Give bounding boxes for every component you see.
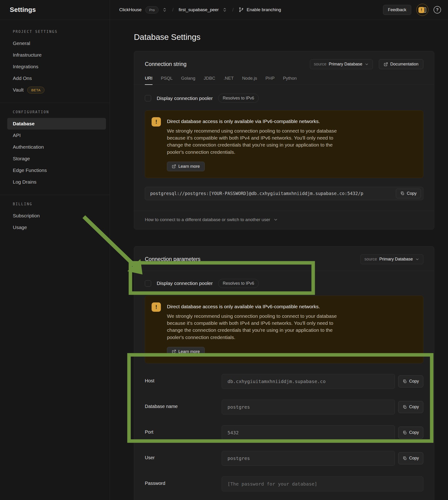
source-select[interactable]: source Primary Database — [360, 254, 423, 264]
copy-icon — [403, 405, 407, 409]
external-link-icon — [172, 350, 176, 354]
sidebar-header: Settings — [0, 0, 110, 19]
host-label: Host — [145, 374, 222, 383]
feedback-button[interactable]: Feedback — [383, 5, 411, 15]
chevron-down-icon — [415, 257, 419, 261]
git-branch-icon — [239, 7, 244, 12]
database-name-field[interactable]: postgres — [222, 400, 395, 415]
tab-golang[interactable]: Golang — [181, 76, 195, 85]
copy-uri-button[interactable]: Copy — [396, 189, 421, 198]
sidebar-item-database[interactable]: Database — [7, 118, 106, 130]
warning-body: We strongly recommend using connection p… — [167, 313, 347, 341]
enable-branching-label: Enable branching — [247, 7, 281, 12]
sidebar-item-add-ons[interactable]: Add Ons — [7, 72, 106, 84]
warning-alert-icon: ! — [152, 117, 161, 127]
connection-parameters-list: Host db.cxhygiuitamxhniiddjm.supabase.co… — [145, 374, 423, 491]
sidebar-item-general[interactable]: General — [7, 37, 106, 49]
learn-more-label: Learn more — [178, 349, 200, 354]
app-title: Settings — [10, 6, 36, 14]
how-to-connect-label: How to connect to a different database o… — [145, 217, 270, 222]
connection-uri-value: postgresql://postgres:[YOUR-PASSWORD]@db… — [150, 191, 363, 196]
feedback-label: Feedback — [388, 7, 406, 12]
help-icon[interactable]: ? — [433, 6, 441, 14]
copy-label: Copy — [409, 379, 419, 384]
tab-jdbc[interactable]: JDBC — [204, 76, 215, 85]
sidebar-item-usage[interactable]: Usage — [7, 222, 106, 233]
connection-string-card: Connection string source Primary Databas… — [134, 51, 434, 230]
tab-dotnet[interactable]: .NET — [224, 76, 234, 85]
database-name-label: Database name — [145, 400, 222, 409]
warning-title: Direct database access is only available… — [167, 304, 347, 309]
chevron-down-icon — [273, 217, 278, 222]
connection-string-tabs: URI PSQL Golang JDBC .NET Node.js PHP Py… — [134, 76, 434, 85]
pooler-label: Display connection pooler — [157, 96, 213, 101]
how-to-connect-link[interactable]: How to connect to a different database o… — [145, 217, 278, 222]
param-row-host: Host db.cxhygiuitamxhniiddjm.supabase.co… — [145, 374, 423, 389]
org-switcher-chevrons-icon[interactable] — [162, 7, 167, 12]
section-title-billing: BILLING — [13, 202, 110, 206]
source-select[interactable]: source Primary Database — [310, 59, 373, 69]
sidebar-item-subscription[interactable]: Subscription — [7, 210, 106, 222]
ipv6-warning-banner: ! Direct database access is only availab… — [145, 296, 423, 363]
warning-alert-icon: ! — [152, 302, 161, 312]
top-bar: Settings ClickHouse Pro / first_supabase… — [0, 0, 448, 20]
sidebar-item-vault[interactable]: Vault BETA — [7, 84, 106, 96]
user-field[interactable]: postgres — [222, 451, 395, 466]
password-field[interactable]: [The password for your database] — [222, 476, 423, 491]
source-value: Primary Database — [379, 257, 413, 262]
project-switcher-chevrons-icon[interactable] — [222, 7, 227, 12]
settings-sidebar: PROJECT SETTINGS General Infrastructure … — [0, 20, 110, 500]
section-title-configuration: CONFIGURATION — [13, 110, 110, 114]
sidebar-item-api[interactable]: API — [7, 130, 106, 141]
sidebar-item-edge-functions[interactable]: Edge Functions — [7, 165, 106, 176]
learn-more-button[interactable]: Learn more — [167, 347, 205, 356]
tab-python[interactable]: Python — [283, 76, 297, 85]
resolves-to-ipv6-badge: Resolves to IPv6 — [218, 279, 258, 288]
param-row-database-name: Database name postgres Copy — [145, 400, 423, 415]
connection-string-header: Connection string source Primary Databas… — [134, 51, 434, 69]
pooler-label: Display connection pooler — [157, 281, 213, 286]
source-prefix: source — [314, 62, 326, 67]
tab-nodejs[interactable]: Node.js — [242, 76, 257, 85]
sidebar-divider — [0, 195, 110, 195]
copy-user-button[interactable]: Copy — [398, 452, 423, 464]
breadcrumb-project[interactable]: first_supabase_peer — [179, 7, 219, 12]
external-link-icon — [384, 62, 388, 67]
tab-uri[interactable]: URI — [145, 76, 153, 85]
copy-host-button[interactable]: Copy — [398, 375, 423, 387]
sidebar-item-log-drains[interactable]: Log Drains — [7, 176, 106, 188]
display-connection-pooler-checkbox[interactable] — [145, 280, 151, 287]
topbar-actions: Feedback ! ? — [383, 4, 441, 16]
documentation-label: Documentation — [390, 62, 418, 67]
main-content: Database Settings Connection string sour… — [110, 20, 448, 500]
documentation-button[interactable]: Documentation — [379, 59, 423, 69]
sidebar-item-authentication[interactable]: Authentication — [7, 141, 106, 153]
copy-icon — [400, 191, 404, 196]
breadcrumb-org[interactable]: ClickHouse — [119, 7, 142, 12]
warning-body: We strongly recommend using connection p… — [167, 127, 347, 156]
connection-uri-field[interactable]: postgresql://postgres:[YOUR-PASSWORD]@db… — [145, 187, 423, 200]
copy-port-button[interactable]: Copy — [398, 427, 423, 439]
notification-alert-icon: ! — [418, 7, 424, 13]
sidebar-item-storage[interactable]: Storage — [7, 153, 106, 165]
port-field[interactable]: 5432 — [222, 425, 395, 440]
copy-database-name-button[interactable]: Copy — [398, 401, 423, 413]
display-connection-pooler-checkbox[interactable] — [145, 95, 151, 101]
warning-title: Direct database access is only available… — [167, 118, 347, 124]
enable-branching-button[interactable]: Enable branching — [239, 7, 281, 12]
breadcrumb-separator: / — [231, 7, 235, 13]
port-label: Port — [145, 425, 222, 435]
breadcrumb-separator: / — [171, 7, 175, 13]
account-avatar[interactable]: ! — [416, 4, 429, 16]
host-field[interactable]: db.cxhygiuitamxhniiddjm.supabase.co — [222, 374, 395, 389]
chevron-down-icon — [365, 62, 369, 67]
tab-psql[interactable]: PSQL — [161, 76, 173, 85]
connection-parameters-card: Connection parameters source Primary Dat… — [134, 246, 434, 500]
vault-label: Vault — [13, 87, 24, 93]
sidebar-item-integrations[interactable]: Integrations — [7, 61, 106, 72]
connection-parameters-title: Connection parameters — [145, 256, 200, 262]
tab-php[interactable]: PHP — [265, 76, 274, 85]
sidebar-item-infrastructure[interactable]: Infrastructure — [7, 49, 106, 61]
copy-label: Copy — [409, 404, 419, 409]
learn-more-button[interactable]: Learn more — [167, 162, 205, 171]
